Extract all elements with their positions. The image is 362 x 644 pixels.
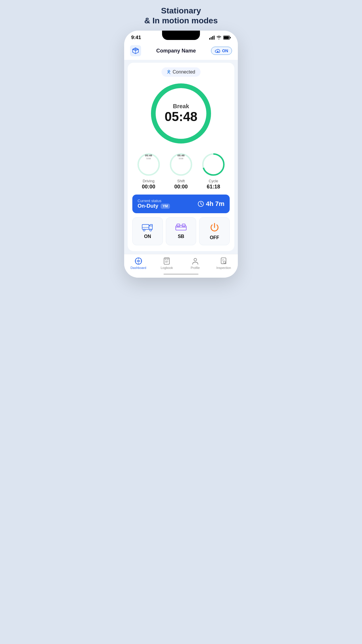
sb-label: SB xyxy=(178,234,184,239)
shift-label: Shift xyxy=(177,179,185,183)
shift-ring: 05:48 SSB xyxy=(168,151,194,178)
cloud-icon xyxy=(215,48,221,53)
cycle-timer: Cycle 61:18 xyxy=(200,151,226,190)
sb-button[interactable]: SB xyxy=(166,217,196,245)
company-logo-icon[interactable] xyxy=(130,45,141,56)
profile-icon xyxy=(192,257,199,265)
clock-icon xyxy=(198,201,204,207)
sleeper-icon xyxy=(175,222,187,232)
status-icons xyxy=(209,36,231,40)
notch xyxy=(162,31,200,40)
svg-rect-22 xyxy=(177,224,180,227)
truck-icon xyxy=(142,222,153,232)
cycle-ring xyxy=(200,151,226,178)
driving-label: Driving xyxy=(143,179,154,183)
ym-badge: YM xyxy=(161,204,170,209)
status-time: 9:41 xyxy=(131,35,141,41)
svg-rect-6 xyxy=(230,37,231,38)
phone-frame: 9:41 xyxy=(124,31,238,278)
main-timer-ring: Break 05:48 xyxy=(149,81,213,146)
main-timer-container: Break 05:48 xyxy=(132,81,230,146)
main-card: Connected Break 05:48 xyxy=(128,63,234,251)
driving-value: 00:00 xyxy=(142,184,155,190)
action-buttons: ON SB xyxy=(132,217,230,245)
power-icon xyxy=(209,222,220,233)
page-title: Stationary & In motion modes xyxy=(144,6,218,25)
main-timer-label: Break xyxy=(165,103,198,110)
off-button[interactable]: OFF xyxy=(199,217,230,245)
status-strip-right: 4h 7m xyxy=(198,200,224,208)
svg-rect-23 xyxy=(182,224,185,227)
svg-rect-2 xyxy=(212,36,213,40)
shift-badge: 05:48 SSB xyxy=(178,154,184,160)
signal-icon xyxy=(209,36,215,40)
cloud-toggle-button[interactable]: ON xyxy=(211,47,232,55)
driving-badge: 05:48 SSB xyxy=(145,154,152,160)
main-timer-value: 05:48 xyxy=(165,110,198,124)
bottom-nav: Dashboard Logbook Profile xyxy=(124,254,238,271)
nav-logbook-label: Logbook xyxy=(161,266,173,270)
on-button[interactable]: ON xyxy=(132,217,163,245)
status-strip-label: Current status xyxy=(138,199,170,203)
cloud-toggle-label: ON xyxy=(222,48,228,53)
svg-rect-3 xyxy=(214,36,215,40)
driving-ring: 05:48 SSB xyxy=(136,151,162,178)
nav-inspection[interactable]: Inspection xyxy=(210,257,238,270)
cycle-label: Cycle xyxy=(209,179,218,183)
svg-rect-0 xyxy=(209,38,210,40)
nav-profile[interactable]: Profile xyxy=(181,257,210,270)
svg-point-31 xyxy=(194,258,196,261)
connection-badge: Connected xyxy=(161,67,200,77)
logbook-icon xyxy=(163,257,170,265)
shift-timer: 05:48 SSB Shift 00:00 xyxy=(168,151,194,190)
nav-logbook[interactable]: Logbook xyxy=(153,257,181,270)
duty-text: On-Duty xyxy=(138,203,158,209)
duty-row: On-Duty YM xyxy=(138,203,170,209)
off-label: OFF xyxy=(210,235,219,240)
on-label: ON xyxy=(144,234,151,239)
cycle-value: 61:18 xyxy=(207,184,220,190)
dashboard-icon xyxy=(135,257,142,265)
home-bar xyxy=(164,274,198,275)
driving-timer: 05:48 SSB Driving 00:00 xyxy=(136,151,162,190)
status-strip-left: Current status On-Duty YM xyxy=(138,199,170,209)
nav-dashboard[interactable]: Dashboard xyxy=(124,257,153,270)
nav-inspection-label: Inspection xyxy=(216,266,231,270)
svg-rect-5 xyxy=(224,36,229,39)
app-header: Company Name ON xyxy=(124,42,238,60)
small-timers-row: 05:48 SSB Driving 00:00 xyxy=(132,151,230,190)
svg-rect-17 xyxy=(142,225,149,230)
svg-rect-1 xyxy=(211,37,212,40)
current-status-strip[interactable]: Current status On-Duty YM 4h 7m xyxy=(132,195,230,213)
inspection-icon xyxy=(220,257,227,265)
wifi-icon xyxy=(216,36,222,40)
svg-point-25 xyxy=(138,260,139,262)
nav-profile-label: Profile xyxy=(191,266,200,270)
bluetooth-icon xyxy=(167,69,171,75)
main-timer-center: Break 05:48 xyxy=(165,103,198,124)
battery-icon xyxy=(223,36,231,40)
company-name: Company Name xyxy=(156,48,196,54)
status-time-value: 4h 7m xyxy=(206,200,224,208)
connection-label: Connected xyxy=(173,69,195,75)
shift-value: 00:00 xyxy=(174,184,188,190)
home-indicator xyxy=(124,271,238,278)
nav-dashboard-label: Dashboard xyxy=(131,266,146,270)
